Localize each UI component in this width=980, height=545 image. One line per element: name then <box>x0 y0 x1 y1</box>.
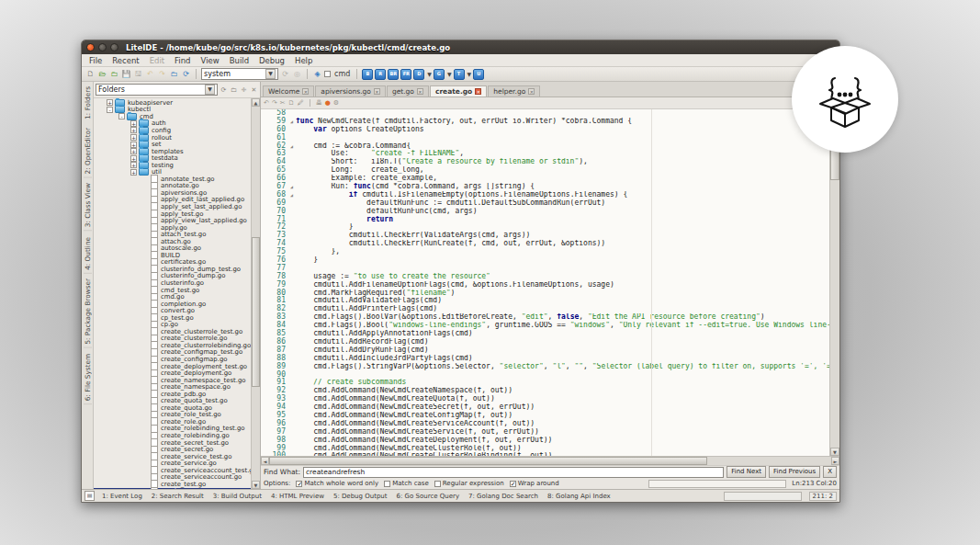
chevron-down-icon[interactable]: ▼ <box>265 69 276 79</box>
tree-item-cmd[interactable]: -cmd <box>94 113 251 120</box>
menu-file[interactable]: File <box>84 55 107 66</box>
save-all-icon[interactable]: 🖫 <box>133 69 143 79</box>
build-button-fr[interactable]: FR <box>400 69 411 80</box>
sidebar-view-selector[interactable]: Folders ▼ <box>96 84 218 96</box>
output-tab-build-output[interactable]: 3: Build Output <box>213 493 262 500</box>
chevron-down-icon[interactable]: ▼ <box>467 71 472 77</box>
menu-find[interactable]: Find <box>170 55 195 66</box>
fold-marker-icon[interactable]: ◢ <box>287 183 296 191</box>
side-tab-folders[interactable]: 1: Folders <box>84 84 92 122</box>
editor-hscrollbar[interactable]: ◄ ► <box>261 456 839 465</box>
undo-icon[interactable]: ↶ <box>264 99 269 107</box>
expand-icon[interactable]: + <box>130 148 137 154</box>
scroll-up-icon[interactable]: ▲ <box>252 98 260 107</box>
tree-item-testing[interactable]: +testing <box>94 162 251 169</box>
scroll-left-icon[interactable]: ◄ <box>261 457 269 465</box>
misc-icon[interactable]: ⚙ <box>333 99 339 107</box>
build-button-br[interactable]: BR <box>388 69 399 80</box>
scroll-down-icon[interactable]: ▼ <box>830 448 839 456</box>
tree-item-kubectl[interactable]: -kubectl <box>94 107 251 114</box>
menu-debug[interactable]: Debug <box>254 55 289 66</box>
add-icon[interactable]: ✚ <box>240 86 248 94</box>
tab-close-icon[interactable]: ✕ <box>475 88 481 95</box>
cut-icon[interactable]: ✂ <box>280 99 286 107</box>
tree-item-auth[interactable]: +auth <box>94 120 251 128</box>
build-button-u[interactable]: U <box>473 69 484 80</box>
edit-doc-icon[interactable]: 🖉 <box>298 99 304 107</box>
sync-blue-icon[interactable]: ⟳ <box>181 69 191 79</box>
side-tab-package-browser[interactable]: 5: Package Browser <box>84 276 92 348</box>
chevron-down-icon[interactable]: ▼ <box>427 71 432 77</box>
find-option-match-whole-word-only[interactable]: Match whole word only <box>296 480 378 487</box>
fold-marker-icon[interactable]: ◢ <box>287 191 296 199</box>
checkbox-icon[interactable] <box>384 481 390 487</box>
editor-vscrollbar[interactable]: ▲ ▼ <box>829 109 839 456</box>
expand-icon[interactable]: + <box>130 162 137 168</box>
output-tab-golang-doc-search[interactable]: 7: Golang Doc Search <box>468 493 538 500</box>
chevron-down-icon[interactable]: ▼ <box>205 85 215 95</box>
scroll-right-icon[interactable]: ► <box>831 457 839 465</box>
undo-icon[interactable]: ↶ <box>145 69 155 79</box>
scroll-down-icon[interactable]: ▼ <box>252 481 260 489</box>
editor-tab-apiversions-go[interactable]: apiversions.go✕ <box>315 85 386 97</box>
find-option-wrap-around[interactable]: Wrap around <box>510 480 559 487</box>
new-doc-icon[interactable]: 🗋 <box>288 99 295 107</box>
build-button-d[interactable]: D <box>413 69 424 80</box>
output-tab-golang-api-index[interactable]: 8: Golang Api Index <box>547 493 611 500</box>
tab-close-icon[interactable]: ✕ <box>417 88 423 95</box>
close-icon[interactable]: ✕ <box>250 86 258 94</box>
tree-scrollbar[interactable]: ▲ ▼ <box>251 98 260 489</box>
record-icon[interactable]: ● <box>325 99 331 107</box>
expand-icon[interactable]: + <box>130 169 137 176</box>
save-icon[interactable]: 💾 <box>121 69 131 79</box>
output-tab-go-source-query[interactable]: 6: Go Source Query <box>397 493 460 500</box>
find-option-match-case[interactable]: Match case <box>384 480 429 487</box>
build-button-b[interactable]: B <box>362 69 373 80</box>
editor-tab-helper-go[interactable]: helper.go✕ <box>488 85 540 97</box>
tree-scroll-thumb[interactable] <box>252 237 260 387</box>
side-tab-outline[interactable]: 4: Outline <box>84 234 92 274</box>
find-close-button[interactable]: X <box>823 466 837 478</box>
build-button-t[interactable]: T <box>454 69 465 80</box>
find-option-regular-expression[interactable]: Regular expression <box>434 480 504 487</box>
editor-tab-get-go[interactable]: get.go✕ <box>387 85 429 97</box>
expand-icon[interactable]: + <box>130 142 137 148</box>
editor-tab-welcome[interactable]: Welcome✕ <box>263 85 314 97</box>
reload-env-icon[interactable]: ⟳ <box>280 69 290 79</box>
fold-marker-icon[interactable]: ◢ <box>287 118 296 126</box>
side-tab-openeditor[interactable]: 2: OpenEditor <box>84 125 92 178</box>
output-tab-debug-output[interactable]: 5: Debug Output <box>333 493 388 500</box>
menu-build[interactable]: Build <box>225 55 253 66</box>
folder-icon[interactable]: 🗀 <box>230 86 238 94</box>
menu-help[interactable]: Help <box>290 55 317 66</box>
open-file-icon[interactable]: 🗁 <box>97 69 107 79</box>
find-input[interactable]: createandrefresh <box>303 467 724 478</box>
expand-icon[interactable]: + <box>130 134 137 141</box>
tab-close-icon[interactable]: ✕ <box>302 88 309 95</box>
sync-icon[interactable]: ⟳ <box>220 86 228 94</box>
find-next-button[interactable]: Find Next <box>727 466 766 478</box>
new-file-icon[interactable]: 🗋 <box>85 69 96 79</box>
output-tab-html-preview[interactable]: 4: HTML Preview <box>271 493 324 500</box>
fold-marker-icon[interactable]: ◢ <box>287 142 296 151</box>
tree-item-config[interactable]: +config <box>94 127 251 134</box>
cmd-checkbox[interactable] <box>324 71 331 77</box>
open-folder-icon[interactable]: 🗀 <box>109 69 119 79</box>
expand-icon[interactable]: + <box>130 155 137 162</box>
collapse-icon[interactable]: - <box>118 113 125 119</box>
collapse-icon[interactable]: - <box>107 107 113 113</box>
minimize-window-button[interactable] <box>98 43 107 51</box>
tab-close-icon[interactable]: ✕ <box>374 88 380 95</box>
editor-tab-create-go[interactable]: create.go✕ <box>430 85 487 97</box>
checkbox-checked-icon[interactable] <box>510 481 516 487</box>
print-icon[interactable]: 🖶 <box>316 99 322 107</box>
menu-edit[interactable]: Edit <box>145 55 169 66</box>
code-editor[interactable]: 5859◢func NewCmdCreate(f cmdutil.Factory… <box>261 109 829 456</box>
expand-icon[interactable]: + <box>130 120 137 127</box>
close-window-button[interactable] <box>86 43 95 51</box>
output-tab-event-log[interactable]: 1: Event Log <box>102 493 142 500</box>
target-icon[interactable]: ◎ <box>292 69 302 79</box>
build-button-r[interactable]: R <box>375 69 386 80</box>
side-tab-class-view[interactable]: 3: Class View <box>84 180 92 231</box>
redo-icon[interactable]: ↷ <box>272 99 277 107</box>
